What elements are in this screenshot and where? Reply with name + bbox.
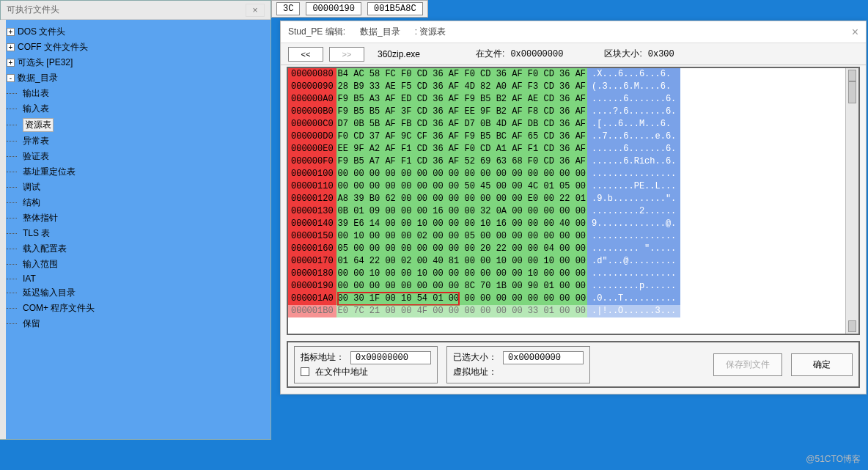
hex-address: 000000D0 — [288, 131, 336, 143]
tree-node[interactable]: +可选头 [PE32] — [4, 55, 268, 70]
hex-row[interactable]: 000001300B 01 09 00 00 00 16 00 00 32 0A… — [288, 205, 680, 218]
editor-titlebar[interactable]: Stud_PE 编辑: 数据_目录 : 资源表 × — [281, 21, 866, 43]
hex-ascii: 9.............@. — [587, 218, 680, 230]
tree-leaf[interactable]: 载入配置表 — [4, 241, 268, 257]
hex-row[interactable]: 0000017001 64 22 00 02 00 40 81 00 00 10… — [288, 255, 680, 268]
hex-bytes[interactable]: 0B 01 09 00 00 00 16 00 00 32 0A 00 00 0… — [336, 205, 587, 218]
hex-row[interactable]: 000000C0D7 0B 5B AF FB CD 36 AF D7 0B 4D… — [288, 118, 680, 131]
hex-ascii: ......... "..... — [587, 243, 680, 255]
tree-leaf-label: 资源表 — [23, 118, 54, 132]
tree-leaf[interactable]: 验证表 — [4, 149, 268, 164]
save-to-file-button[interactable]: 保存到文件 — [713, 353, 782, 376]
tree-node[interactable]: -数据_目录 — [4, 70, 268, 86]
hex-bytes[interactable]: B4 AC 58 FC F0 CD 36 AF F0 CD 36 AF F0 C… — [336, 68, 587, 81]
hex-row[interactable]: 0000016005 00 00 00 00 00 00 00 00 20 22… — [288, 243, 680, 255]
hex-ascii: .........p...... — [587, 280, 680, 293]
tree-leaf[interactable]: IAT — [4, 272, 268, 285]
close-icon[interactable]: × — [246, 4, 265, 17]
hex-row[interactable]: 0000014039 E6 14 00 00 10 00 00 00 10 16… — [288, 218, 680, 230]
hex-row[interactable]: 0000009028 B9 33 AE F5 CD 36 AF 4D 82 A0… — [288, 81, 680, 93]
tree-leaf-label: 载入配置表 — [23, 243, 67, 255]
tree-leaf-label: COM+ 程序文件头 — [23, 302, 95, 315]
tree-leaf[interactable]: 输入范围 — [4, 257, 268, 272]
editor-title-prefix: Stud_PE 编辑: — [288, 26, 345, 38]
hex-row[interactable]: 0000018000 00 10 00 00 10 00 00 00 00 00… — [288, 268, 680, 280]
tree-leaf[interactable]: 基址重定位表 — [4, 164, 268, 180]
hex-bytes[interactable]: 05 00 00 00 00 00 00 00 00 20 22 00 00 0… — [336, 243, 587, 255]
tree-leaf[interactable]: 整体指针 — [4, 210, 268, 226]
hex-bytes[interactable]: EE 9F A2 AF F1 CD 36 AF F0 CD A1 AF F1 C… — [336, 143, 587, 155]
hex-address: 00000190 — [288, 280, 336, 293]
hex-ascii: ......6.Rich..6. — [587, 155, 680, 168]
hex-bytes[interactable]: 01 64 22 00 02 00 40 81 00 00 10 00 00 1… — [336, 255, 587, 268]
hex-bytes[interactable]: 00 30 1F 00 10 54 01 00 00 00 00 00 00 0… — [336, 293, 587, 305]
scrollbar-thumb[interactable] — [848, 81, 856, 103]
vertical-scrollbar[interactable] — [845, 68, 858, 334]
expand-icon[interactable]: + — [7, 43, 15, 51]
tree-leaf[interactable]: TLS 表 — [4, 226, 268, 241]
hex-row[interactable]: 000001B0E0 7C 21 00 00 4F 00 00 00 00 00… — [288, 305, 680, 317]
bottom-panel: 指标地址： 0x00000000 在文件中地址 已选大小： 0x00000000… — [287, 341, 860, 388]
hex-bytes[interactable]: F9 B5 A3 AF ED CD 36 AF F9 B5 B2 AF AE C… — [336, 93, 587, 106]
tree-node[interactable]: +DOS 文件头 — [4, 24, 268, 40]
hex-row[interactable]: 000000A0F9 B5 A3 AF ED CD 36 AF F9 B5 B2… — [288, 93, 680, 106]
hex-row[interactable]: 000000B0F9 B5 B5 AF 3F CD 36 AF EE 9F B2… — [288, 106, 680, 118]
nav-next-button[interactable]: >> — [329, 47, 364, 62]
hex-row[interactable]: 0000019000 00 00 00 00 00 00 00 8C 70 1B… — [288, 280, 680, 293]
expand-icon[interactable]: + — [7, 28, 15, 36]
tree-leaf[interactable]: 结构 — [4, 195, 268, 210]
tree-leaf[interactable]: 输出表 — [4, 86, 268, 101]
hex-bytes[interactable]: 00 00 00 00 00 00 00 00 50 45 00 00 4C 0… — [336, 180, 587, 193]
tree-leaf[interactable]: 异常表 — [4, 133, 268, 149]
tree-leaf[interactable]: 资源表 — [4, 117, 268, 133]
hex-ascii: ................ — [587, 268, 680, 280]
hex-table[interactable]: 00000080B4 AC 58 FC F0 CD 36 AF F0 CD 36… — [288, 68, 680, 317]
hex-bytes[interactable]: 00 10 00 00 00 02 00 00 05 00 00 00 00 0… — [336, 230, 587, 243]
hex-bytes[interactable]: F9 B5 A7 AF F1 CD 36 AF 52 69 63 68 F0 C… — [336, 155, 587, 168]
hex-row[interactable]: 000000E0EE 9F A2 AF F1 CD 36 AF F0 CD A1… — [288, 143, 680, 155]
tree-leaf[interactable]: COM+ 程序文件头 — [4, 301, 268, 316]
hex-row[interactable]: 0000011000 00 00 00 00 00 00 00 50 45 00… — [288, 180, 680, 193]
background-toolbar-fragment: 3C 00000190 001B5A8C — [271, 0, 428, 18]
pointer-address-value[interactable]: 0x00000000 — [350, 351, 431, 364]
hex-row[interactable]: 00000080B4 AC 58 FC F0 CD 36 AF F0 CD 36… — [288, 68, 680, 81]
hex-bytes[interactable]: 00 00 00 00 00 00 00 00 8C 70 1B 00 90 0… — [336, 280, 587, 293]
tree-leaf-label: 延迟输入目录 — [23, 287, 76, 299]
hex-bytes[interactable]: 00 00 00 00 00 00 00 00 00 00 00 00 00 0… — [336, 168, 587, 180]
hex-bytes[interactable]: 00 00 10 00 00 10 00 00 00 00 00 00 10 0… — [336, 268, 587, 280]
hex-bytes[interactable]: F9 B5 B5 AF 3F CD 36 AF EE 9F B2 AF F8 C… — [336, 106, 587, 118]
hex-ascii: ................ — [587, 230, 680, 243]
hex-row[interactable]: 00000120A8 39 B0 62 00 00 00 00 00 00 00… — [288, 193, 680, 205]
hex-bytes[interactable]: A8 39 B0 62 00 00 00 00 00 00 00 00 E0 0… — [336, 193, 587, 205]
hex-bytes[interactable]: D7 0B 5B AF FB CD 36 AF D7 0B 4D AF DB C… — [336, 118, 587, 131]
collapse-icon[interactable]: - — [7, 74, 15, 82]
tree-leaf-label: 输入表 — [23, 103, 49, 115]
tree-leaf[interactable]: 调试 — [4, 180, 268, 195]
nav-prev-button[interactable]: << — [288, 47, 323, 62]
hex-row[interactable]: 000000F0F9 B5 A7 AF F1 CD 36 AF 52 69 63… — [288, 155, 680, 168]
selected-size-value[interactable]: 0x00000000 — [503, 351, 584, 364]
hex-row[interactable]: 000000D0F0 CD 37 AF 9C CF 36 AF F9 B5 BC… — [288, 131, 680, 143]
hex-scroll[interactable]: 00000080B4 AC 58 FC F0 CD 36 AF F0 CD 36… — [288, 68, 845, 334]
ok-button[interactable]: 确定 — [791, 353, 853, 376]
tree-node-label: 可选头 [PE32] — [18, 56, 73, 69]
hex-ascii: .........2...... — [587, 205, 680, 218]
hex-bytes[interactable]: F0 CD 37 AF 9C CF 36 AF F9 B5 BC AF 65 C… — [336, 131, 587, 143]
hex-bytes[interactable]: 28 B9 33 AE F5 CD 36 AF 4D 82 A0 AF F3 C… — [336, 81, 587, 93]
hex-bytes[interactable]: 39 E6 14 00 00 10 00 00 00 10 16 00 00 0… — [336, 218, 587, 230]
tree-leaf[interactable]: 输入表 — [4, 101, 268, 117]
hex-ascii: .d"...@......... — [587, 255, 680, 268]
close-icon[interactable]: × — [852, 26, 858, 39]
hex-bytes[interactable]: E0 7C 21 00 00 4F 00 00 00 00 00 00 33 0… — [336, 305, 587, 317]
hex-address: 000000C0 — [288, 118, 336, 131]
expand-icon[interactable]: + — [7, 59, 15, 67]
tree-leaf[interactable]: 延迟输入目录 — [4, 285, 268, 301]
hex-row[interactable]: 000001A000 30 1F 00 10 54 01 00 00 00 00… — [288, 293, 680, 305]
in-file-value: 0x00000000 — [510, 49, 563, 59]
hex-row[interactable]: 0000010000 00 00 00 00 00 00 00 00 00 00… — [288, 168, 680, 180]
tree-node[interactable]: +COFF 文件文件头 — [4, 40, 268, 55]
tree-leaf[interactable]: 保留 — [4, 316, 268, 331]
in-file-address-checkbox[interactable] — [301, 367, 309, 376]
hex-address: 00000080 — [288, 68, 336, 81]
hex-row[interactable]: 0000015000 10 00 00 00 02 00 00 05 00 00… — [288, 230, 680, 243]
